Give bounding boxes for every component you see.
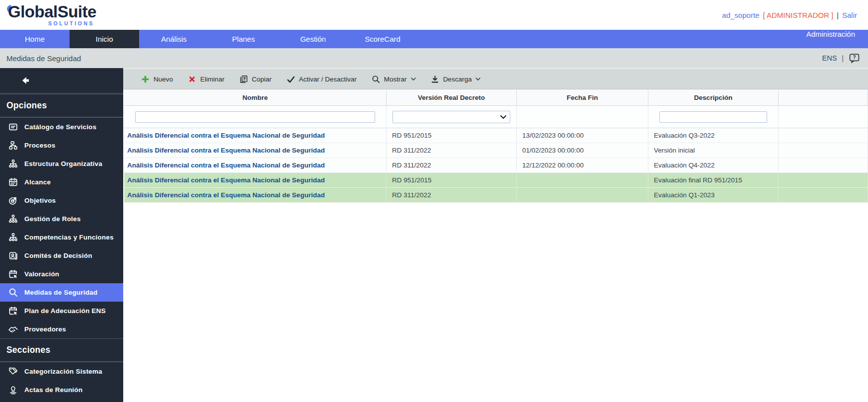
activar-desactivar-button[interactable]: Activar / Desactivar bbox=[287, 75, 357, 83]
logo[interactable]: GlobalSuite SOLUTIONS bbox=[8, 3, 96, 26]
cell-description: Evaluación Q4-2022 bbox=[648, 158, 779, 172]
cell-description: Evaluación Q1-2023 bbox=[648, 188, 779, 202]
nav-right: Administración bbox=[793, 30, 868, 48]
sidebar-item-estructura-organizativa[interactable]: Estructura Organizativa bbox=[0, 155, 123, 173]
org-tree-icon bbox=[7, 233, 18, 242]
sidebar-item-medidas-de-seguridad[interactable]: Medidas de Seguridad bbox=[0, 283, 123, 302]
table-row[interactable]: Análisis Diferencial contra el Esquema N… bbox=[124, 158, 868, 173]
column-header-descripcion[interactable]: Descripción bbox=[648, 89, 779, 105]
sidebar-item-categorizacion-sistema[interactable]: Categorización Sistema bbox=[0, 362, 123, 381]
filter-cell-filler bbox=[779, 106, 868, 128]
copy-icon bbox=[239, 75, 248, 83]
sidebar-item-label: Alcance bbox=[24, 178, 51, 186]
username-link[interactable]: ad_soporte bbox=[722, 11, 759, 19]
table-row[interactable]: Análisis Diferencial contra el Esquema N… bbox=[124, 128, 868, 143]
cell-name[interactable]: Análisis Diferencial contra el Esquema N… bbox=[124, 173, 387, 187]
org-tree-icon bbox=[7, 159, 18, 168]
sidebar-item-label: Categorización Sistema bbox=[24, 368, 102, 375]
column-header-version-real-decreto[interactable]: Versión Real Decreto bbox=[387, 89, 517, 105]
nav-tab-administracion[interactable]: Administración bbox=[793, 30, 868, 38]
sidebar-item-gestion-de-roles[interactable]: Gestión de Roles bbox=[0, 210, 123, 228]
stamp-icon bbox=[7, 385, 18, 395]
calendar-icon bbox=[7, 177, 18, 187]
filter-input-descripcion[interactable] bbox=[659, 111, 767, 123]
nav-tab-inicio[interactable]: Inicio bbox=[70, 30, 139, 48]
cell-description: Evaluación Q3-2022 bbox=[648, 128, 779, 143]
user-role-badge: [ ADMINISTRADOR ] bbox=[763, 11, 833, 19]
caret-down-icon bbox=[475, 78, 480, 80]
logo-subtext: SOLUTIONS bbox=[48, 21, 94, 26]
nav-tab-home[interactable]: Home bbox=[0, 30, 70, 48]
sidebar-item-plan-de-adecuacion-ens[interactable]: Plan de Adecuación ENS bbox=[0, 302, 123, 320]
help-icon[interactable]: ? bbox=[849, 53, 860, 64]
search-icon bbox=[7, 288, 18, 297]
toolbar-button-label: Mostrar bbox=[384, 76, 407, 83]
logo-text: GlobalSuite bbox=[8, 3, 96, 20]
check-icon bbox=[287, 75, 295, 83]
sidebar-item-label: Procesos bbox=[24, 142, 55, 149]
cell-name[interactable]: Análisis Diferencial contra el Esquema N… bbox=[124, 128, 387, 143]
top-header: GlobalSuite SOLUTIONS ad_soporte [ ADMIN… bbox=[0, 0, 868, 30]
sidebar-item-valoracion[interactable]: Valoración bbox=[0, 265, 123, 283]
tags-icon bbox=[7, 367, 18, 376]
filter-input-nombre[interactable] bbox=[135, 111, 375, 123]
cell-end_date: 13/02/2023 00:00:00 bbox=[517, 128, 648, 143]
back-button[interactable] bbox=[0, 68, 123, 94]
content: OpcionesCatálogo de ServiciosProcesosEst… bbox=[0, 68, 868, 402]
sidebar-item-procesos[interactable]: Procesos bbox=[0, 136, 123, 155]
cell-name[interactable]: Análisis Diferencial contra el Esquema N… bbox=[124, 188, 387, 202]
column-header-fecha-fin[interactable]: Fecha Fin bbox=[517, 89, 648, 105]
sidebar-item-objetivos[interactable]: Objetivos bbox=[0, 191, 123, 210]
nav-tab-planes[interactable]: Planes bbox=[209, 30, 278, 48]
sidebar-item-label: Valoración bbox=[24, 270, 59, 278]
nav-tab-gestion[interactable]: Gestión bbox=[278, 30, 348, 48]
ens-link[interactable]: ENS bbox=[822, 54, 837, 62]
cell-filler bbox=[779, 143, 868, 158]
sidebar-item-proveedores[interactable]: Proveedores bbox=[0, 320, 123, 338]
breadcrumb-divider: | bbox=[842, 54, 844, 62]
column-header-nombre[interactable]: Nombre bbox=[124, 89, 387, 105]
delete-x-icon bbox=[188, 75, 196, 83]
sidebar-item-actas-de-reunion[interactable]: Actas de Reunión bbox=[0, 381, 123, 399]
filter-cell-fecha-fin bbox=[517, 106, 648, 128]
user-divider: | bbox=[837, 11, 839, 19]
descarga-button[interactable]: Descarga bbox=[431, 75, 481, 83]
eliminar-button[interactable]: Eliminar bbox=[188, 75, 225, 83]
column-header-filler bbox=[779, 89, 868, 105]
sidebar-item-alcance[interactable]: Alcance bbox=[0, 173, 123, 191]
nuevo-button[interactable]: Nuevo bbox=[141, 75, 173, 83]
grid-body: Análisis Diferencial contra el Esquema N… bbox=[124, 128, 868, 203]
nav-tabs: HomeInicioAnálisisPlanesGestiónScoreCard bbox=[0, 30, 417, 48]
grid-filter-row bbox=[124, 106, 868, 128]
sidebar-item-comites-de-decision[interactable]: Comités de Decisión bbox=[0, 246, 123, 265]
filter-select-version-real-decreto[interactable] bbox=[393, 111, 510, 123]
table-row[interactable]: Análisis Diferencial contra el Esquema N… bbox=[124, 173, 868, 188]
plus-icon bbox=[141, 75, 150, 83]
sidebar-section-secciones: Secciones bbox=[0, 338, 123, 362]
nav-tab-analisis[interactable]: Análisis bbox=[139, 30, 209, 48]
table-row[interactable]: Análisis Diferencial contra el Esquema N… bbox=[124, 188, 868, 203]
logout-link[interactable]: Salir bbox=[842, 11, 857, 19]
main-nav: HomeInicioAnálisisPlanesGestiónScoreCard… bbox=[0, 30, 868, 48]
target-icon bbox=[7, 196, 18, 205]
sidebar-item-catalogo-de-servicios[interactable]: Catálogo de Servicios bbox=[0, 118, 123, 136]
cell-version: RD 311/2022 bbox=[387, 188, 517, 202]
cell-description: Versión inicial bbox=[648, 143, 779, 158]
svg-text:?: ? bbox=[853, 54, 856, 60]
org-tree-icon bbox=[7, 214, 18, 224]
download-icon bbox=[431, 75, 439, 83]
sidebar-item-label: Comités de Decisión bbox=[24, 252, 92, 259]
toolbar: NuevoEliminarCopiarActivar / DesactivarM… bbox=[123, 68, 868, 89]
table-row[interactable]: Análisis Diferencial contra el Esquema N… bbox=[124, 143, 868, 158]
mostrar-button[interactable]: Mostrar bbox=[372, 75, 416, 83]
sidebar-item-label: Plan de Adecuación ENS bbox=[24, 307, 106, 315]
sidebar-item-competencias-y-funciones[interactable]: Competencias y Funciones bbox=[0, 228, 123, 246]
sidebar-item-label: Competencias y Funciones bbox=[24, 234, 114, 241]
cell-name[interactable]: Análisis Diferencial contra el Esquema N… bbox=[124, 158, 387, 172]
nav-tab-scorecard[interactable]: ScoreCard bbox=[348, 30, 417, 48]
cell-filler bbox=[779, 173, 868, 187]
cell-name[interactable]: Análisis Diferencial contra el Esquema N… bbox=[124, 143, 387, 158]
breadcrumb-bar: Medidas de Seguridad ENS | ? bbox=[0, 48, 868, 68]
copiar-button[interactable]: Copiar bbox=[239, 75, 272, 83]
caret-down-icon bbox=[411, 78, 416, 80]
